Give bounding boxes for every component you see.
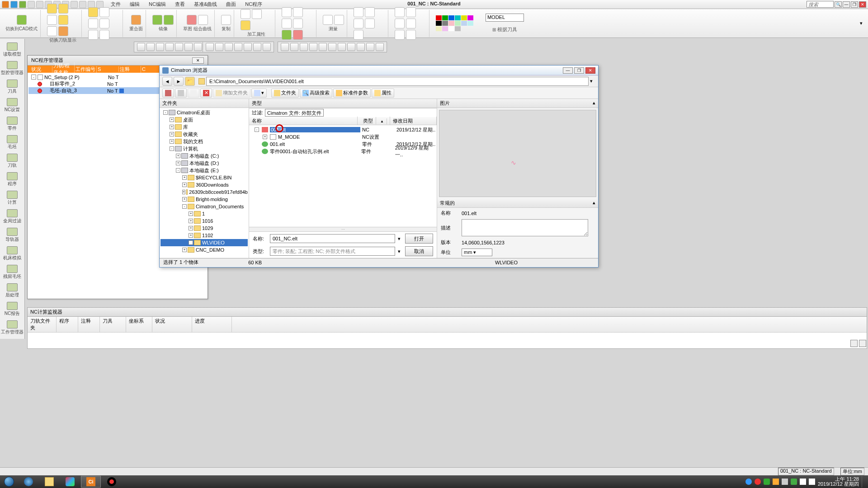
ribbon-cad-mode[interactable]: 切换到CAD模式 [3, 10, 41, 37]
ribbon-collapse-icon[interactable]: ▾ [860, 20, 863, 26]
folders-btn[interactable]: 文件夹 [271, 89, 299, 98]
ribbon-group-3[interactable] [85, 10, 123, 37]
expand-icon[interactable]: + [170, 117, 174, 122]
ts3-btn[interactable] [290, 43, 298, 51]
tree-row[interactable]: -计算机 [160, 145, 248, 152]
search-icon[interactable]: 🔍 [835, 1, 842, 8]
expand-icon[interactable]: - [170, 146, 174, 151]
ts3-btn[interactable] [347, 43, 355, 51]
left-toolbar-item[interactable]: 计算 [0, 189, 24, 207]
left-toolbar-item[interactable]: 工作管理器 [0, 319, 24, 337]
tray-icon[interactable] [782, 479, 788, 485]
tree-row[interactable]: +26309cb8cceeb917efd84b [160, 188, 248, 196]
tree-row[interactable]: +本地磁盘 (C:) [160, 152, 248, 160]
qat-btn-1[interactable] [2, 1, 9, 8]
ts3-btn[interactable] [300, 43, 308, 51]
ts3-btn[interactable] [281, 43, 289, 51]
left-toolbar-item[interactable]: 全局过滤 [0, 207, 24, 226]
name-dd-icon[interactable]: ▾ [398, 236, 402, 242]
cancel-button[interactable]: 取消 [405, 246, 433, 256]
expand-icon[interactable]: + [182, 248, 187, 252]
palette-swatch[interactable] [455, 26, 461, 31]
cut-btn[interactable] [162, 89, 174, 98]
ts2-btn[interactable] [206, 43, 214, 51]
menu-item[interactable]: 查看 [170, 0, 189, 9]
expand-icon[interactable]: + [182, 197, 187, 202]
view-mode-btn[interactable]: ▾ [251, 89, 267, 98]
left-toolbar-item[interactable]: 残留毛坯 [0, 263, 24, 282]
prop-desc-input[interactable] [462, 219, 588, 236]
tray-icon[interactable] [791, 479, 797, 485]
monitor-col[interactable]: 刀轨文件夹 [28, 317, 57, 332]
expand-icon[interactable]: + [182, 175, 187, 180]
monitor-col[interactable]: 刀具 [100, 317, 126, 332]
ts2-btn[interactable] [263, 43, 271, 51]
std-params-btn[interactable]: 标准件参数 [333, 89, 371, 98]
monitor-col[interactable]: 坐标系 [126, 317, 152, 332]
expand-icon[interactable]: + [182, 183, 187, 187]
tree-row[interactable]: +1016 [160, 217, 248, 225]
ts3-btn[interactable] [338, 43, 346, 51]
preview-image-header[interactable]: 图片▴ [437, 99, 598, 108]
properties-btn[interactable]: 属性 [372, 89, 394, 98]
menu-item[interactable]: NC编辑 [144, 0, 170, 9]
tree-row[interactable]: +1029 [160, 225, 248, 232]
palette-swatch[interactable] [455, 21, 461, 26]
tree-row[interactable]: +360Downloads [160, 181, 248, 188]
ribbon-machining-properties[interactable]: 加工属性 [238, 10, 275, 37]
palette-swatch[interactable] [448, 21, 454, 26]
qat-btn-2[interactable] [10, 1, 18, 8]
left-toolbar-item[interactable]: 导轨器 [0, 226, 24, 244]
expand-icon[interactable]: + [170, 132, 174, 136]
ribbon-mirror[interactable]: 镜像 [150, 10, 177, 37]
adv-search-btn[interactable]: 🔍高级搜索 [300, 89, 332, 98]
expand-icon[interactable]: + [176, 154, 180, 158]
tray-icon[interactable] [755, 479, 761, 485]
ts3-btn[interactable] [328, 43, 336, 51]
menu-item[interactable]: 编辑 [125, 0, 144, 9]
path-dropdown-icon[interactable]: ▾ [590, 78, 595, 84]
qat-btn-4[interactable] [28, 1, 35, 8]
preview-general-header[interactable]: 常规的▴ [437, 199, 598, 208]
left-toolbar-item[interactable]: NC设置 [0, 96, 24, 115]
col-date[interactable]: 修改日期 [390, 117, 437, 125]
dialog-maximize[interactable]: ❐ [574, 67, 584, 74]
left-toolbar-item[interactable]: 刀具 [0, 78, 24, 96]
col-name[interactable]: 名称 [249, 117, 358, 125]
ts3-btn[interactable] [376, 43, 384, 51]
ts3-btn[interactable] [357, 43, 365, 51]
tree-row[interactable]: +库 [160, 123, 248, 131]
expand-icon[interactable]: - [176, 168, 180, 173]
ts3-btn[interactable] [319, 43, 327, 51]
left-toolbar-item[interactable]: 型腔管理器 [0, 59, 24, 78]
ribbon-coincident[interactable]: 重合面 [127, 10, 146, 37]
filter-dropdown[interactable]: Cimatron 文件: 外部文件 ▾ [265, 109, 324, 117]
monitor-col[interactable]: 进度 [192, 317, 232, 332]
expand-icon[interactable]: + [170, 125, 174, 129]
copy-btn[interactable] [175, 89, 187, 98]
hscrollbar[interactable]: ⋯ [249, 227, 437, 231]
expand-icon[interactable]: + [182, 190, 185, 194]
tree-row[interactable]: -CimatronE桌面 [160, 109, 248, 116]
palette-swatch[interactable] [461, 15, 467, 20]
palette-swatch[interactable] [442, 21, 448, 26]
qat-btn-5[interactable] [36, 1, 43, 8]
dialog-titlebar[interactable]: Cimatron 浏览器 — ❐ ✕ [160, 66, 598, 75]
nav-back[interactable]: ◄ [162, 77, 172, 86]
left-toolbar-item[interactable]: 程序 [0, 170, 24, 189]
ts1-btn[interactable] [175, 43, 183, 51]
ts2-btn[interactable] [244, 43, 252, 51]
ribbon-sketch[interactable]: 草图 组合曲线 [180, 10, 215, 37]
file-row[interactable]: +M_MODENC设置 [250, 133, 436, 141]
menu-item[interactable]: 曲面 [222, 0, 241, 9]
add-folder-btn[interactable]: 增加文件夹 [213, 89, 250, 98]
palette-swatch[interactable] [461, 21, 467, 26]
tree-row[interactable]: +$RECYCLE.BIN [160, 174, 248, 181]
qat-btn-10[interactable] [79, 1, 86, 8]
folder-tree[interactable]: -CimatronE桌面+桌面+库+收藏夹+我的文档-计算机+本地磁盘 (C:)… [160, 108, 249, 258]
palette-swatch[interactable] [442, 15, 448, 20]
tree-row[interactable]: +WLVIDEO [160, 239, 248, 246]
tray-icon[interactable] [764, 479, 770, 485]
taskbar-app-cimatron[interactable]: Ci [81, 476, 101, 488]
ts1-btn[interactable] [146, 43, 155, 51]
